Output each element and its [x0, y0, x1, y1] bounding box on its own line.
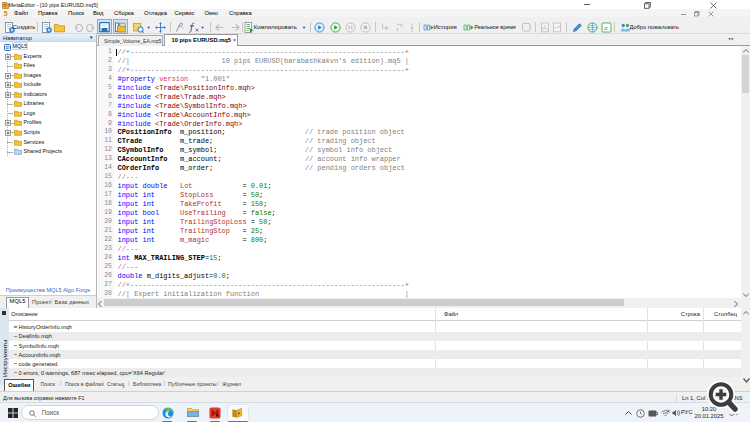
svg-text:α: α	[604, 25, 608, 31]
